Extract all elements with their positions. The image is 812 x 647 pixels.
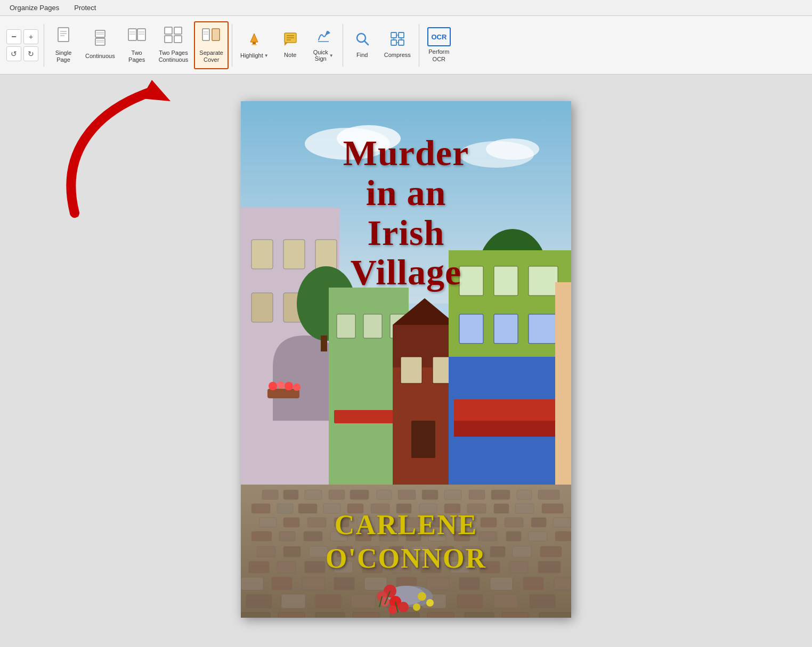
svg-rect-93 <box>398 490 416 499</box>
book-author: CARLENE O'CONNOR <box>241 509 571 575</box>
perform-ocr-icon: OCR <box>427 27 451 46</box>
svg-rect-99 <box>538 490 559 499</box>
main-content: Murder in an Irish Village CARLENE O'CON… <box>0 75 812 647</box>
svg-rect-16 <box>165 27 172 34</box>
svg-rect-168 <box>427 577 449 590</box>
quick-sign-icon <box>315 28 331 48</box>
book-title-line1: Murder <box>251 133 561 173</box>
continuous-label: Continuous <box>85 53 115 60</box>
svg-rect-84 <box>529 314 558 343</box>
book-title-line2: in an <box>251 173 561 213</box>
svg-rect-163 <box>272 577 292 590</box>
svg-rect-87 <box>262 490 278 499</box>
svg-rect-11 <box>137 29 145 40</box>
toolbar-divider-2 <box>232 24 232 67</box>
zoom-in-button[interactable]: + <box>23 29 38 44</box>
svg-rect-188 <box>465 612 494 618</box>
compress-button[interactable]: Compress <box>379 21 416 69</box>
svg-point-198 <box>388 605 397 614</box>
svg-rect-169 <box>459 577 480 590</box>
two-pages-continuous-button[interactable]: Two PagesContinuous <box>154 21 193 69</box>
toolbar-divider-3 <box>343 24 343 67</box>
quick-sign-dropdown-arrow: ▼ <box>329 53 334 58</box>
continuous-button[interactable]: Continuous <box>80 21 120 69</box>
svg-point-204 <box>413 603 420 611</box>
svg-rect-38 <box>399 32 404 38</box>
svg-line-36 <box>364 41 368 45</box>
menu-item-protect[interactable]: Protect <box>71 3 99 13</box>
svg-rect-183 <box>278 612 305 618</box>
redo-button[interactable]: ↻ <box>23 46 38 61</box>
find-icon <box>354 31 370 50</box>
svg-rect-89 <box>305 490 322 499</box>
toolbar-divider-4 <box>419 24 419 67</box>
highlight-icon <box>246 31 262 51</box>
svg-rect-96 <box>469 490 485 499</box>
perform-ocr-button[interactable]: OCR PerformOCR <box>423 21 456 69</box>
svg-rect-176 <box>351 594 375 608</box>
svg-rect-40 <box>399 40 404 45</box>
svg-rect-83 <box>494 314 518 343</box>
two-pages-icon <box>127 27 147 47</box>
toolbar: − + ↺ ↻ SinglePage <box>0 16 812 75</box>
single-page-button[interactable]: SinglePage <box>47 21 79 69</box>
svg-rect-66 <box>363 314 382 338</box>
svg-rect-180 <box>494 594 518 608</box>
svg-rect-39 <box>391 40 396 45</box>
note-icon <box>282 31 298 50</box>
svg-rect-74 <box>411 421 435 458</box>
toolbar-divider-1 <box>44 24 44 67</box>
svg-rect-17 <box>174 27 182 34</box>
svg-rect-78 <box>454 421 561 437</box>
svg-rect-27 <box>251 44 257 45</box>
quick-sign-button[interactable]: QuickSign ▼ <box>307 21 339 69</box>
menu-item-organize-pages[interactable]: Organize Pages <box>6 3 62 13</box>
svg-rect-172 <box>554 577 571 590</box>
zoom-out-button[interactable]: − <box>6 29 21 44</box>
svg-rect-98 <box>517 490 532 499</box>
svg-rect-162 <box>241 577 263 590</box>
book-title-line3: Irish <box>251 213 561 253</box>
svg-marker-25 <box>250 34 258 42</box>
svg-rect-173 <box>246 594 272 608</box>
svg-rect-88 <box>283 490 298 499</box>
svg-rect-77 <box>454 399 561 421</box>
note-label: Note <box>284 52 296 59</box>
svg-rect-72 <box>401 357 422 383</box>
book-title: Murder in an Irish Village <box>241 122 571 303</box>
svg-rect-94 <box>422 490 438 499</box>
svg-rect-22 <box>213 30 218 39</box>
svg-rect-37 <box>391 32 396 38</box>
svg-rect-185 <box>353 612 379 618</box>
svg-marker-45 <box>141 80 170 101</box>
svg-marker-29 <box>285 43 288 46</box>
svg-rect-174 <box>281 594 305 608</box>
svg-point-206 <box>269 382 277 390</box>
svg-rect-164 <box>302 577 324 590</box>
note-button[interactable]: Note <box>274 21 306 69</box>
find-label: Find <box>356 52 368 59</box>
svg-rect-171 <box>523 577 543 590</box>
svg-point-197 <box>398 602 409 612</box>
svg-point-209 <box>293 383 301 391</box>
find-button[interactable]: Find <box>346 21 378 69</box>
svg-rect-95 <box>444 490 461 499</box>
separate-cover-button[interactable]: SeparateCover <box>194 21 229 69</box>
two-pages-continuous-label: Two PagesContinuous <box>159 50 189 63</box>
svg-point-203 <box>426 599 434 607</box>
red-arrow-annotation <box>43 75 192 224</box>
svg-point-208 <box>285 382 293 390</box>
svg-rect-90 <box>329 490 345 499</box>
svg-rect-179 <box>457 594 483 608</box>
svg-rect-91 <box>350 490 369 499</box>
highlight-button[interactable]: Highlight ▼ <box>236 21 273 69</box>
svg-rect-92 <box>377 490 392 499</box>
svg-rect-19 <box>174 36 182 43</box>
svg-rect-189 <box>502 612 529 618</box>
svg-rect-65 <box>337 314 355 338</box>
book-title-line4: Village <box>251 252 561 292</box>
svg-rect-182 <box>241 612 270 618</box>
undo-button[interactable]: ↺ <box>6 46 21 61</box>
two-pages-button[interactable]: TwoPages <box>121 21 153 69</box>
svg-rect-97 <box>491 490 510 499</box>
